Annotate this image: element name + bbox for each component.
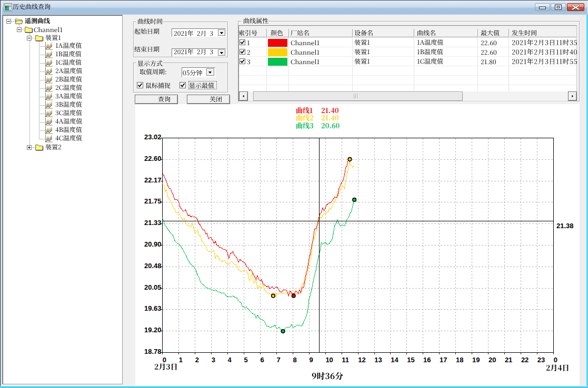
svg-text:20: 20 — [489, 356, 496, 364]
svg-text:9: 9 — [309, 356, 313, 364]
svg-text:21.75: 21.75 — [144, 197, 162, 205]
svg-text:22: 22 — [521, 356, 529, 364]
svg-text:10: 10 — [325, 356, 333, 364]
svg-text:12: 12 — [358, 356, 365, 364]
svg-text:8: 8 — [293, 356, 297, 364]
svg-text:19.20: 19.20 — [144, 326, 162, 334]
svg-text:21: 21 — [505, 356, 512, 364]
svg-text:3: 3 — [212, 356, 215, 364]
svg-text:23.02: 23.02 — [144, 133, 162, 141]
svg-text:1: 1 — [179, 356, 183, 364]
svg-text:22.60: 22.60 — [144, 155, 162, 162]
svg-text:11: 11 — [342, 356, 349, 364]
svg-text:4: 4 — [228, 356, 232, 364]
svg-text:7: 7 — [277, 356, 281, 364]
svg-text:2: 2 — [195, 356, 199, 364]
svg-text:15: 15 — [407, 356, 414, 364]
svg-text:19: 19 — [472, 356, 480, 364]
svg-text:13: 13 — [374, 356, 382, 364]
svg-text:18: 18 — [456, 356, 463, 364]
svg-text:6: 6 — [261, 356, 264, 364]
svg-text:22.17: 22.17 — [144, 176, 162, 184]
svg-text:20.05: 20.05 — [144, 283, 162, 291]
svg-text:14: 14 — [391, 356, 398, 364]
svg-text:5: 5 — [244, 356, 248, 364]
svg-text:21.38: 21.38 — [556, 222, 574, 230]
svg-text:21.33: 21.33 — [144, 219, 162, 227]
svg-text:19.63: 19.63 — [144, 304, 162, 312]
svg-text:23: 23 — [537, 356, 545, 364]
svg-text:20.90: 20.90 — [144, 240, 162, 248]
svg-text:0: 0 — [554, 356, 557, 364]
svg-text:18.78: 18.78 — [144, 348, 162, 355]
svg-text:0: 0 — [163, 356, 166, 364]
svg-text:17: 17 — [440, 356, 447, 364]
svg-text:16: 16 — [423, 356, 431, 364]
svg-text:20.48: 20.48 — [144, 262, 162, 270]
